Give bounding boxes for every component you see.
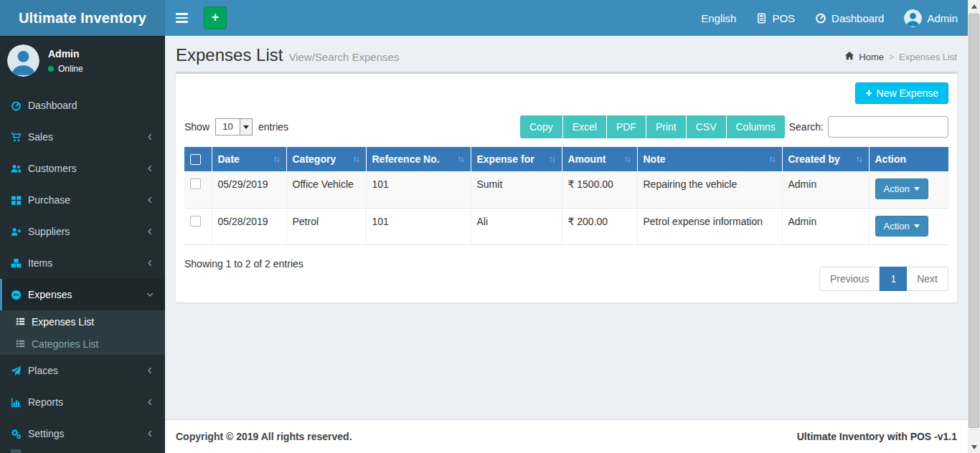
sidebar-item-items[interactable]: Items: [0, 247, 165, 279]
column-header-note[interactable]: Note↑↓: [637, 147, 782, 171]
main-area: Expenses List View/Search Expenses Home …: [165, 36, 968, 453]
select-all-header: [184, 147, 212, 171]
column-header-expense-for[interactable]: Expense for↑↓: [471, 147, 562, 171]
breadcrumb-current: Expenses List: [899, 52, 957, 62]
row-action-button[interactable]: Action: [875, 216, 928, 237]
pos-link[interactable]: POS: [746, 0, 805, 36]
column-header-category[interactable]: Category↑↓: [286, 147, 366, 171]
scrollbar-thumb[interactable]: [969, 14, 979, 428]
sidebar-item-customers[interactable]: Customers: [0, 153, 165, 184]
print-button[interactable]: Print: [646, 115, 687, 138]
csv-button[interactable]: CSV: [687, 115, 727, 138]
cell-created-by: Admin: [782, 171, 869, 208]
column-header-amount[interactable]: Amount↑↓: [562, 147, 637, 171]
expenses-submenu: Expenses List Categories List: [0, 310, 165, 355]
users-icon: [11, 163, 28, 174]
toolbar-right: Copy Excel PDF Print CSV Columns Search:: [520, 115, 948, 138]
datatable-toolbar: Show 10 entries Copy Excel PDF Print: [184, 115, 948, 138]
gauge-icon: [11, 100, 28, 111]
pagination-previous[interactable]: Previous: [819, 267, 880, 291]
sidebar-item-settings[interactable]: Settings: [0, 418, 165, 449]
column-header-reference[interactable]: Reference No.↑↓: [366, 147, 471, 171]
user-plus-icon: [11, 226, 28, 237]
vertical-scrollbar[interactable]: [968, 0, 980, 453]
scroll-up-arrow-icon: [971, 4, 977, 9]
expenses-submenu-wrap: Expenses List Categories List: [0, 310, 165, 355]
entries-label: entries: [258, 121, 288, 133]
new-expense-button[interactable]: + New Expense: [855, 82, 948, 104]
chevron-left-icon: [146, 366, 154, 375]
sort-icon: ↑↓: [549, 154, 556, 164]
column-header-date[interactable]: Date↑↓: [212, 147, 286, 171]
list-icon: [16, 317, 25, 326]
entries-select[interactable]: 10: [215, 118, 253, 135]
content-header: Expenses List View/Search Expenses Home …: [165, 36, 968, 72]
scroll-up-button[interactable]: [968, 0, 980, 12]
breadcrumb-home-link[interactable]: Home: [844, 51, 884, 63]
sidebar-toggle-button[interactable]: [165, 0, 198, 36]
gears-icon: [11, 429, 28, 439]
table-row: 05/29/2019 Office Vehicle 101 Sumit ₹ 15…: [184, 171, 948, 208]
search-input[interactable]: [828, 116, 948, 138]
home-icon: [844, 51, 854, 63]
select-all-checkbox[interactable]: [190, 154, 201, 165]
row-checkbox[interactable]: [190, 216, 201, 226]
sidebar-item-places[interactable]: Places: [0, 355, 165, 386]
sidebar: Admin Online Dashboard Sales: [0, 36, 165, 453]
chevron-left-icon: [146, 398, 154, 406]
pagination: Previous 1 Next: [819, 267, 948, 291]
footer-copyright: Copyright © 2019 All rights reserved.: [176, 431, 352, 442]
sidebar-item-categories-list[interactable]: Categories List: [0, 333, 165, 355]
column-header-created-by[interactable]: Created by↑↓: [782, 147, 869, 171]
user-label: Admin: [927, 12, 958, 24]
sidebar-item-dashboard[interactable]: Dashboard: [0, 90, 165, 121]
select-dropdown-button[interactable]: [240, 119, 252, 135]
pagination-next[interactable]: Next: [907, 267, 948, 291]
entries-summary: Showing 1 to 2 of 2 entries: [184, 255, 303, 270]
cart-icon: [11, 132, 28, 143]
chevron-left-icon: [146, 164, 154, 173]
sidebar-item-purchase[interactable]: Purchase: [0, 184, 165, 216]
language-label: English: [701, 12, 736, 24]
top-navbar: + English POS: [165, 0, 968, 36]
row-action-button[interactable]: Action: [875, 178, 928, 199]
user-avatar-icon: [7, 44, 39, 77]
footer-version: Ultimate Inventory with POS -v1.1: [797, 431, 957, 442]
cell-note: Petrol expense information: [637, 208, 782, 244]
pdf-button[interactable]: PDF: [607, 115, 646, 138]
avatar-icon: [904, 9, 922, 27]
search-label: Search:: [789, 121, 824, 133]
quick-add-button[interactable]: +: [204, 6, 227, 29]
sidebar-user-panel: Admin Online: [0, 36, 165, 87]
language-menu[interactable]: English: [691, 0, 746, 36]
caret-down-icon: [914, 187, 920, 191]
brand-logo[interactable]: Ultimate Inventory: [0, 0, 165, 36]
sidebar-item-expenses-list[interactable]: Expenses List: [0, 310, 165, 333]
sidebar-item-reports[interactable]: Reports: [0, 386, 165, 418]
sort-icon: ↑↓: [353, 154, 360, 164]
columns-button[interactable]: Columns: [727, 115, 785, 138]
chevron-left-icon: [146, 259, 154, 267]
row-checkbox[interactable]: [190, 178, 201, 189]
sidebar-item-suppliers[interactable]: Suppliers: [0, 216, 165, 247]
sidebar-user-status: Online: [48, 64, 83, 74]
chevron-left-icon: [146, 133, 154, 141]
excel-button[interactable]: Excel: [563, 115, 607, 138]
pagination-page-1[interactable]: 1: [880, 267, 907, 291]
table-footer: Showing 1 to 2 of 2 entries Previous 1 N…: [184, 255, 948, 291]
hamburger-icon: [176, 13, 188, 23]
scroll-down-button[interactable]: [968, 441, 980, 453]
sidebar-item-expenses[interactable]: Expenses: [0, 279, 165, 310]
chevron-down-icon: [146, 290, 154, 299]
sidebar-item-sales[interactable]: Sales: [0, 121, 165, 153]
paper-plane-icon: [11, 366, 28, 376]
user-menu[interactable]: Admin: [894, 0, 968, 36]
sort-icon: ↑↓: [856, 154, 863, 164]
show-entries: Show 10 entries: [184, 118, 288, 135]
export-button-group: Copy Excel PDF Print CSV Columns: [520, 115, 785, 138]
grid-icon: [11, 195, 28, 206]
gauge-icon: [815, 12, 826, 24]
copy-button[interactable]: Copy: [520, 115, 563, 138]
dashboard-link[interactable]: Dashboard: [805, 0, 894, 36]
scroll-down-arrow-icon: [971, 445, 977, 449]
